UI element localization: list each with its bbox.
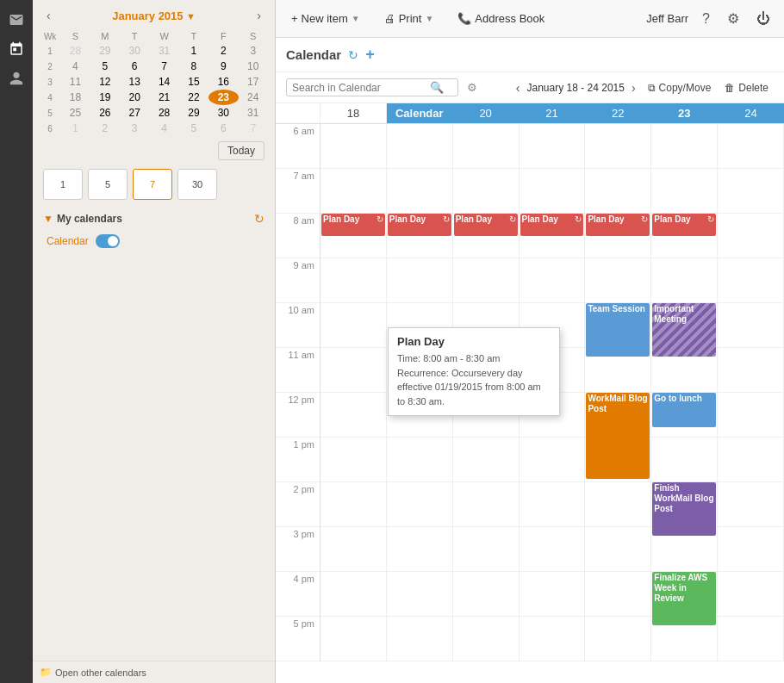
time-cell-4pm-day3[interactable] [520, 572, 586, 617]
sidebar-icon-contacts[interactable] [3, 65, 29, 91]
mini-cal-day[interactable]: 6 [120, 59, 149, 74]
time-cell-12pm-day5[interactable]: Go to lunch [651, 393, 718, 438]
time-cell-12pm-day0[interactable] [320, 393, 387, 438]
mini-cal-day[interactable]: 28 [60, 43, 90, 59]
time-cell-5pm-day2[interactable] [453, 617, 520, 661]
mini-cal-day[interactable]: 29 [179, 105, 208, 121]
mini-cal-day[interactable]: 12 [90, 74, 120, 90]
mini-cal-day[interactable]: 31 [149, 43, 178, 59]
time-cell-9am-day5[interactable] [651, 258, 718, 303]
time-cell-1pm-day4[interactable] [585, 438, 651, 482]
mini-cal-day[interactable]: 23 [208, 90, 238, 105]
mini-cal-day[interactable]: 22 [179, 90, 208, 105]
mini-cal-day[interactable]: 6 [208, 121, 238, 136]
event-lunch1[interactable]: Go to lunch [652, 393, 716, 427]
mini-cal-day[interactable]: 27 [120, 105, 149, 121]
time-cell-7am-day5[interactable] [651, 169, 718, 214]
mini-cal-day[interactable]: 18 [60, 90, 90, 105]
time-cell-11am-day5[interactable] [651, 348, 718, 393]
copy-move-button[interactable]: ⧉ Copy/Move [643, 79, 717, 96]
time-cell-2pm-day3[interactable] [520, 482, 586, 527]
mini-cal-day[interactable]: 1 [60, 121, 90, 136]
sidebar-icon-calendar[interactable] [3, 36, 29, 62]
time-cell-4pm-day5[interactable]: Finalize AWS Week in Review [651, 572, 718, 617]
mini-cal-day[interactable]: 2 [208, 43, 238, 59]
mini-cal-day[interactable]: 2 [90, 121, 120, 136]
mini-cal-day[interactable]: 30 [120, 43, 149, 59]
mini-cal-day[interactable]: 31 [239, 105, 268, 121]
mini-cal-day[interactable]: 11 [60, 74, 90, 90]
time-cell-8am-day0[interactable]: Plan Day↻ [320, 214, 387, 258]
prev-month-button[interactable]: ‹ [43, 7, 54, 24]
time-cell-10am-day6[interactable] [718, 303, 784, 348]
week-next-arrow[interactable]: › [628, 79, 639, 96]
time-cell-7am-day0[interactable] [320, 169, 387, 214]
time-cell-10am-day5[interactable]: Important Meeting [651, 303, 718, 348]
time-cell-2pm-day4[interactable] [585, 482, 651, 527]
cal-refresh-icon[interactable]: ↻ [348, 48, 358, 62]
time-cell-8am-day3[interactable]: Plan Day↻ [520, 214, 586, 258]
event-plan2[interactable]: Plan Day↻ [388, 214, 451, 236]
time-cell-2pm-day5[interactable]: Finish WorkMail Blog Post [651, 482, 718, 527]
time-cell-3pm-day6[interactable] [718, 527, 784, 572]
time-cell-6am-day1[interactable] [387, 124, 453, 169]
view-month-button[interactable]: 30 [177, 169, 217, 200]
time-cell-3pm-day0[interactable] [320, 527, 387, 572]
event-plan3[interactable]: Plan Day↻ [454, 214, 518, 236]
mini-cal-day[interactable]: 19 [90, 90, 120, 105]
mini-cal-day[interactable]: 15 [179, 74, 208, 90]
sidebar-icon-mail[interactable] [3, 7, 29, 33]
time-cell-7am-day3[interactable] [520, 169, 586, 214]
settings-icon[interactable]: ⚙ [724, 7, 743, 30]
time-cell-4pm-day0[interactable] [320, 572, 387, 617]
mini-cal-day[interactable]: 7 [149, 59, 178, 74]
time-cell-1pm-day2[interactable] [453, 438, 520, 482]
time-cell-8am-day6[interactable] [718, 214, 784, 258]
time-cell-9am-day3[interactable] [520, 258, 586, 303]
help-icon[interactable]: ? [699, 8, 713, 30]
power-icon[interactable]: ⏻ [753, 8, 774, 30]
mini-cal-day[interactable]: 21 [149, 90, 178, 105]
mini-cal-dropdown[interactable]: ▼ [186, 11, 196, 22]
mini-cal-day[interactable]: 1 [179, 43, 208, 59]
cal-add-icon[interactable]: + [365, 46, 375, 64]
time-cell-5pm-day0[interactable] [320, 617, 387, 661]
mini-cal-day[interactable]: 3 [239, 43, 268, 59]
time-cell-8am-day2[interactable]: Plan Day↻ [453, 214, 520, 258]
time-cell-7am-day4[interactable] [585, 169, 651, 214]
time-cell-1pm-day3[interactable] [520, 438, 586, 482]
time-cell-11am-day4[interactable] [585, 348, 651, 393]
time-cell-8am-day1[interactable]: Plan Day↻ [387, 214, 453, 258]
time-cell-12pm-day4[interactable]: WorkMail Blog Post [585, 393, 651, 438]
mini-cal-day[interactable]: 8 [179, 59, 208, 74]
mini-cal-day[interactable]: 7 [239, 121, 268, 136]
address-book-button[interactable]: 📞 Address Book [452, 9, 550, 28]
next-month-button[interactable]: › [253, 7, 264, 24]
search-icon[interactable]: 🔍 [430, 81, 444, 94]
time-cell-2pm-day1[interactable] [387, 482, 453, 527]
time-cell-10am-day0[interactable] [320, 303, 387, 348]
time-cell-5pm-day6[interactable] [718, 617, 784, 661]
today-button[interactable]: Today [218, 141, 264, 160]
time-cell-1pm-day5[interactable] [651, 438, 718, 482]
time-cell-11am-day0[interactable] [320, 348, 387, 393]
mini-cal-day[interactable]: 24 [239, 90, 268, 105]
time-cell-2pm-day2[interactable] [453, 482, 520, 527]
mini-cal-day[interactable]: 16 [208, 74, 238, 90]
time-cell-6am-day4[interactable] [585, 124, 651, 169]
calendar-toggle[interactable] [96, 234, 120, 248]
new-item-button[interactable]: + + New item New item ▼ [286, 9, 365, 28]
week-prev-arrow[interactable]: ‹ [513, 79, 524, 96]
time-cell-3pm-day3[interactable] [520, 527, 586, 572]
mini-cal-day[interactable]: 29 [90, 43, 120, 59]
event-plan5[interactable]: Plan Day↻ [586, 214, 650, 236]
mini-cal-day[interactable]: 17 [239, 74, 268, 90]
time-cell-3pm-day2[interactable] [453, 527, 520, 572]
time-cell-3pm-day1[interactable] [387, 527, 453, 572]
search-settings-icon[interactable]: ⚙ [467, 81, 477, 94]
open-other-calendars[interactable]: 📁 Open other calendars [33, 661, 275, 683]
time-cell-2pm-day0[interactable] [320, 482, 387, 527]
time-cell-6am-day2[interactable] [453, 124, 520, 169]
time-cell-3pm-day5[interactable] [651, 527, 718, 572]
time-cell-4pm-day6[interactable] [718, 572, 784, 617]
